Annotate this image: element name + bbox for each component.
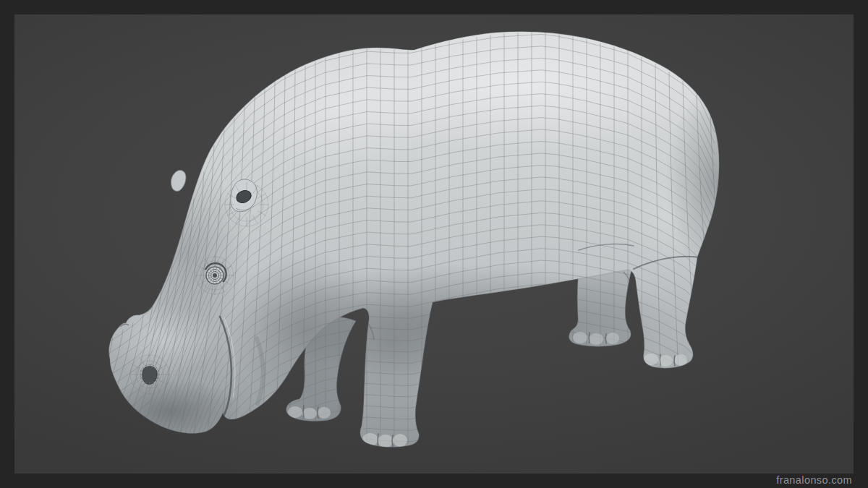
wireframe-line [107, 453, 715, 474]
wireframe-line [107, 442, 715, 474]
screenshot-stage: franalonso.com [0, 0, 868, 488]
hippo-far-ear [171, 170, 186, 191]
hippo-wireframe-model [14, 14, 854, 474]
wireframe-line [59, 337, 113, 471]
hippo-toes [288, 332, 687, 448]
watermark-text: franalonso.com [776, 474, 852, 487]
wireframe-line [107, 464, 715, 474]
render-viewport [14, 14, 854, 474]
